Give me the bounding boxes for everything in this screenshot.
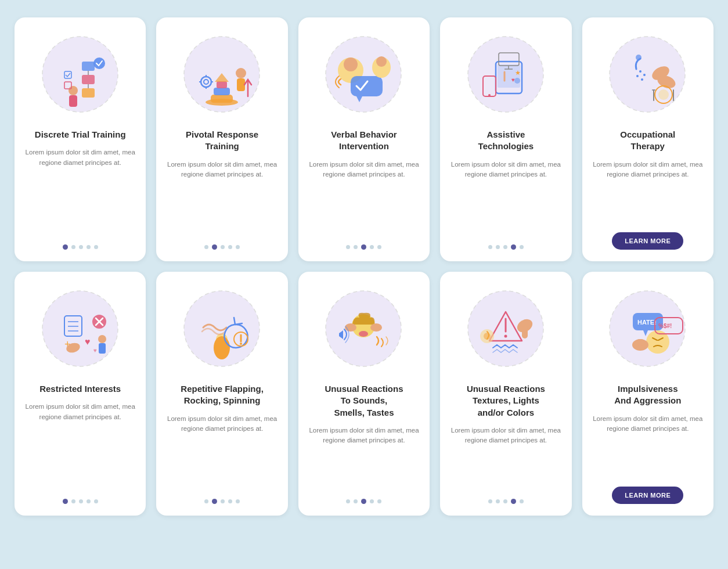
learn-more-button-occupational[interactable]: LEARN MORE bbox=[612, 232, 683, 250]
dots bbox=[346, 244, 381, 250]
svg-point-8 bbox=[93, 57, 105, 69]
dot-2 bbox=[212, 244, 217, 250]
dot-2 bbox=[354, 499, 358, 503]
dot-5 bbox=[520, 499, 524, 503]
card-desc: Lorem ipsum dolor sit dim amet, mea regi… bbox=[449, 160, 562, 237]
card-textures: Unusual ReactionsTextures, Lightsand/or … bbox=[440, 272, 571, 516]
dot-1 bbox=[488, 499, 492, 503]
dots bbox=[488, 499, 524, 504]
dot-2 bbox=[71, 499, 75, 503]
svg-point-42 bbox=[514, 78, 520, 84]
card-impulsive: HATE! %$#! ImpulsivenessAnd Aggression L… bbox=[582, 272, 713, 516]
svg-point-26 bbox=[326, 37, 401, 112]
svg-rect-98 bbox=[637, 339, 643, 346]
dot-3 bbox=[221, 499, 225, 503]
svg-point-55 bbox=[658, 89, 669, 100]
icon-sounds bbox=[318, 282, 410, 375]
card-title: ImpulsivenessAnd Aggression bbox=[614, 383, 681, 407]
card-desc: Lorem ipsum dolor sit dim amet, mea regi… bbox=[308, 160, 420, 237]
dot-3 bbox=[503, 499, 507, 503]
card-occupational: OccupationalTherapy Lorem ipsum dolor si… bbox=[582, 17, 713, 261]
dot-5 bbox=[94, 245, 98, 249]
svg-text:★: ★ bbox=[515, 69, 521, 76]
dot-4 bbox=[87, 499, 91, 503]
card-desc: Lorem ipsum dolor sit dim amet, mea regi… bbox=[24, 402, 136, 491]
dot-4 bbox=[511, 244, 516, 250]
dot-2 bbox=[496, 499, 500, 503]
card-title: Verbal BehaviorIntervention bbox=[331, 129, 397, 153]
svg-point-48 bbox=[639, 70, 641, 73]
card-title: Unusual ReactionsTo Sounds,Smells, Taste… bbox=[325, 383, 403, 419]
card-title: Repetitive Flapping,Rocking, Spinning bbox=[181, 383, 264, 407]
svg-point-83 bbox=[359, 331, 368, 337]
card-verbal: Verbal BehaviorIntervention Lorem ipsum … bbox=[298, 17, 430, 261]
dot-1 bbox=[346, 245, 350, 249]
svg-point-28 bbox=[344, 57, 358, 71]
dot-1 bbox=[488, 245, 492, 249]
svg-point-32 bbox=[376, 56, 387, 67]
svg-rect-15 bbox=[217, 81, 227, 88]
card-title: Unusual ReactionsTextures, Lightsand/or … bbox=[467, 383, 545, 419]
dot-3 bbox=[79, 499, 83, 503]
svg-point-75 bbox=[214, 336, 230, 359]
card-desc: Lorem ipsum dolor sit dim amet, mea regi… bbox=[592, 160, 704, 225]
svg-point-92 bbox=[484, 333, 491, 340]
svg-point-49 bbox=[643, 74, 646, 76]
dots bbox=[204, 244, 240, 250]
icon-pivotal bbox=[176, 28, 269, 121]
dot-5 bbox=[236, 499, 240, 503]
dot-1 bbox=[204, 245, 208, 249]
dot-4 bbox=[228, 499, 232, 503]
dots bbox=[204, 499, 240, 504]
svg-point-39 bbox=[488, 94, 491, 96]
svg-text:%$#!: %$#! bbox=[658, 323, 672, 329]
dot-4 bbox=[228, 245, 232, 249]
dot-3 bbox=[79, 245, 83, 249]
card-desc: Lorem ipsum dolor sit dim amet, mea regi… bbox=[308, 426, 420, 491]
svg-rect-3 bbox=[82, 62, 95, 71]
dot-5 bbox=[377, 499, 381, 503]
svg-point-47 bbox=[636, 55, 641, 60]
svg-point-50 bbox=[636, 75, 639, 77]
svg-rect-5 bbox=[82, 88, 95, 98]
card-desc: Lorem ipsum dolor sit dim amet, mea regi… bbox=[165, 414, 278, 491]
svg-point-51 bbox=[641, 78, 643, 81]
card-title: Pivotal ResponseTraining bbox=[186, 129, 258, 153]
learn-more-button-impulsive[interactable]: LEARN MORE bbox=[612, 487, 683, 504]
card-repetitive: Repetitive Flapping,Rocking, Spinning Lo… bbox=[156, 272, 287, 516]
dots bbox=[63, 499, 98, 504]
svg-rect-70 bbox=[99, 343, 106, 354]
svg-rect-29 bbox=[351, 76, 383, 96]
svg-point-1 bbox=[69, 86, 78, 95]
icon-impulsive: HATE! %$#! bbox=[601, 282, 694, 375]
svg-point-0 bbox=[42, 37, 118, 112]
icon-discrete bbox=[34, 28, 127, 121]
dot-5 bbox=[94, 499, 98, 503]
dot-3 bbox=[361, 499, 366, 504]
svg-text:♥: ♥ bbox=[511, 77, 515, 83]
svg-rect-14 bbox=[214, 88, 230, 95]
dot-2 bbox=[71, 245, 75, 249]
svg-point-17 bbox=[236, 68, 246, 78]
dot-2 bbox=[496, 245, 500, 249]
dot-4 bbox=[511, 499, 516, 504]
dot-4 bbox=[87, 245, 91, 249]
card-desc: Lorem ipsum dolor sit dim amet, mea regi… bbox=[449, 426, 562, 491]
dot-2 bbox=[212, 499, 217, 504]
svg-rect-4 bbox=[82, 75, 95, 84]
svg-rect-13 bbox=[211, 95, 233, 103]
svg-text:HATE!: HATE! bbox=[637, 319, 657, 326]
card-title: OccupationalTherapy bbox=[620, 129, 675, 153]
dot-4 bbox=[370, 499, 374, 503]
icon-restricted: ♥ ♥ + bbox=[34, 282, 127, 375]
dots bbox=[488, 244, 524, 250]
svg-point-69 bbox=[98, 335, 106, 343]
dot-1 bbox=[63, 499, 68, 504]
icon-repetitive bbox=[176, 282, 269, 375]
row-1: Discrete Trial Training Lorem ipsum dolo… bbox=[15, 17, 713, 261]
card-sounds: Unusual ReactionsTo Sounds,Smells, Taste… bbox=[298, 272, 430, 516]
dot-5 bbox=[236, 245, 240, 249]
card-discrete-trial: Discrete Trial Training Lorem ipsum dolo… bbox=[15, 17, 146, 261]
dots bbox=[63, 244, 98, 250]
svg-text:♥: ♥ bbox=[93, 347, 97, 354]
